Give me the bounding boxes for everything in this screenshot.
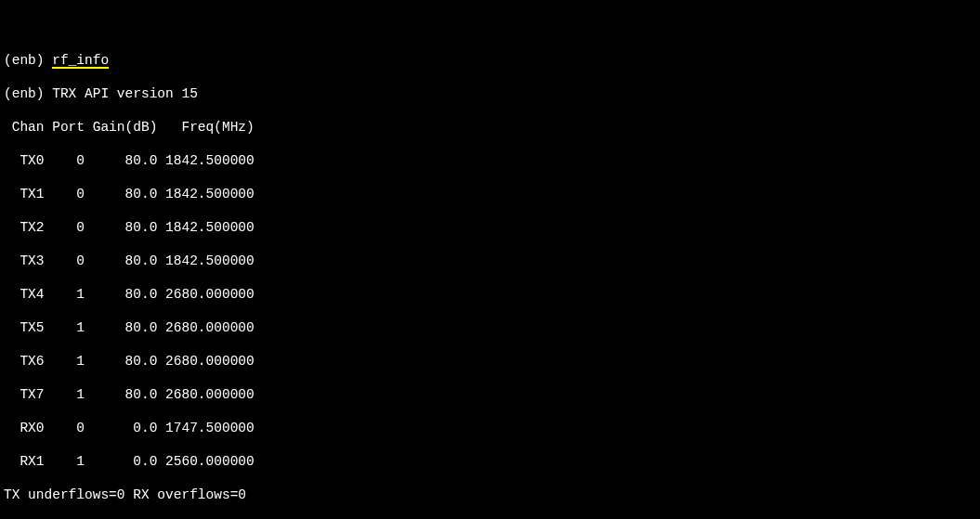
table-row: TX2 0 80.0 1842.500000 xyxy=(4,219,976,236)
table-row: TX0 0 80.0 1842.500000 xyxy=(4,152,976,169)
table-row: TX6 1 80.0 2680.000000 xyxy=(4,353,976,370)
flows-line: TX underflows=0 RX overflows=0 xyxy=(4,487,976,503)
table-row: TX1 0 80.0 1842.500000 xyxy=(4,186,976,202)
command-text: rf_info xyxy=(52,54,109,69)
table-row: TX4 1 80.0 2680.000000 xyxy=(4,286,976,303)
table-row: TX3 0 80.0 1842.500000 xyxy=(4,253,976,269)
table-row: TX5 1 80.0 2680.000000 xyxy=(4,319,976,336)
prompt: (enb) xyxy=(4,53,52,68)
cli-line-cmd: (enb) rf_info xyxy=(4,52,976,69)
table-row: RX0 0 0.0 1747.500000 xyxy=(4,420,976,436)
table-row: TX7 1 80.0 2680.000000 xyxy=(4,386,976,403)
table-header: Chan Port Gain(dB) Freq(MHz) xyxy=(4,119,976,136)
table-row: RX1 1 0.0 2560.000000 xyxy=(4,453,976,470)
terminal-screen: { "line1": { "prefix": "(enb) ", "cmd": … xyxy=(0,0,980,519)
cli-line-version: (enb) TRX API version 15 xyxy=(4,85,976,102)
